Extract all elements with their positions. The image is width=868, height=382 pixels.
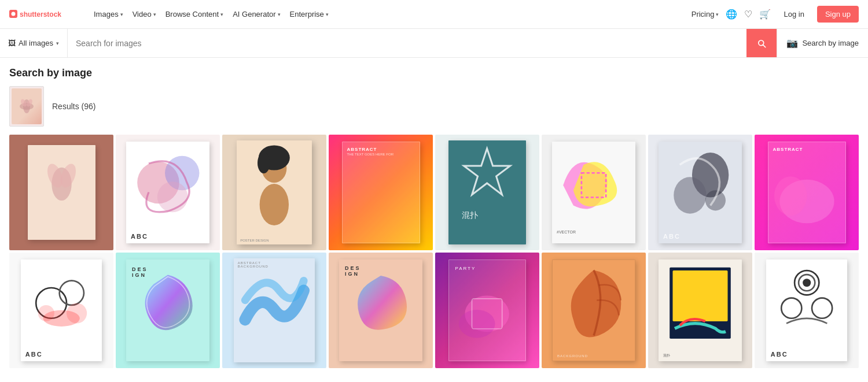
navbar: shutterstock Images ▾ Video ▾ Browse Con… <box>0 0 868 29</box>
nav-video[interactable]: Video ▾ <box>129 8 160 21</box>
chevron-icon: ▾ <box>153 12 156 17</box>
grid-item[interactable]: ABC <box>755 253 859 368</box>
search-type-dropdown[interactable]: 🖼 All images ▾ <box>0 29 68 57</box>
nav-browse[interactable]: Browse Content ▾ <box>162 8 227 21</box>
search-by-image-button[interactable]: 📷 Search by image <box>777 29 868 57</box>
search-bar: 🖼 All images ▾ 📷 Search by image <box>0 29 868 58</box>
svg-text:shutterstock: shutterstock <box>20 10 61 18</box>
search-input[interactable] <box>68 29 746 57</box>
grid-item[interactable]: ABC <box>9 253 113 368</box>
search-submit-button[interactable] <box>746 29 777 57</box>
chevron-icon: ▾ <box>326 12 329 17</box>
thumbnail-icon <box>18 95 35 118</box>
grid-item[interactable]: ABC <box>648 135 752 250</box>
grid-item[interactable]: ABC <box>116 135 220 250</box>
search-icon <box>756 38 767 49</box>
svg-point-1 <box>12 12 16 16</box>
nav-links: Images ▾ Video ▾ Browse Content ▾ AI Gen… <box>90 8 332 21</box>
results-count: Results (96) <box>52 102 95 111</box>
page-content: Search by image Results (96) <box>0 58 868 368</box>
grid-item[interactable]: DES IGN <box>116 253 220 368</box>
image-grid-row2: ABC <box>9 253 859 368</box>
nav-right: Pricing ▾ 🌐 ♡ 🛒 Log in Sign up <box>692 6 859 23</box>
chevron-icon: ▾ <box>716 12 719 17</box>
image-icon: 🖼 <box>8 39 16 47</box>
search-type-label: All images <box>19 39 53 47</box>
favorites-icon[interactable]: ♡ <box>744 9 752 20</box>
globe-icon[interactable]: 🌐 <box>726 9 737 20</box>
chevron-icon: ▾ <box>278 12 281 17</box>
search-input-wrap <box>68 29 746 57</box>
grid-item[interactable]: ABSTRACT <box>755 135 859 250</box>
nav-images[interactable]: Images ▾ <box>90 8 127 21</box>
grid-item[interactable]: 混扑 <box>435 135 539 250</box>
grid-item[interactable]: POSTER DESIGN <box>222 135 326 250</box>
page-title: Search by image <box>9 67 859 79</box>
grid-item[interactable]: DES IGN <box>329 253 433 368</box>
login-button[interactable]: Log in <box>778 7 810 21</box>
signup-button[interactable]: Sign up <box>817 6 859 23</box>
grid-item[interactable]: PARTY <box>435 253 539 368</box>
chevron-icon: ▾ <box>220 12 223 17</box>
chevron-down-icon: ▾ <box>56 40 59 46</box>
grid-item[interactable] <box>9 135 113 250</box>
grid-item[interactable]: #VECTOR <box>542 135 646 250</box>
results-header: Results (96) <box>9 86 859 127</box>
grid-item[interactable]: BACKGROUND <box>542 253 646 368</box>
grid-item[interactable]: ABSTRACT THE TEXT GOES HERE FOR <box>329 135 433 250</box>
camera-icon: 📷 <box>786 38 798 49</box>
chevron-icon: ▾ <box>120 12 123 17</box>
grid-item[interactable]: ABSTRACT BACKGROUND <box>222 253 326 368</box>
cart-icon[interactable]: 🛒 <box>759 9 771 20</box>
grid-item[interactable]: 混扑 <box>648 253 752 368</box>
search-image-thumbnail <box>9 86 44 127</box>
thumbnail-image <box>12 88 42 124</box>
search-by-image-label: Search by image <box>802 39 859 47</box>
nav-ai[interactable]: AI Generator ▾ <box>229 8 284 21</box>
nav-enterprise[interactable]: Enterprise ▾ <box>286 8 332 21</box>
logo[interactable]: shutterstock <box>9 8 79 21</box>
pricing-link[interactable]: Pricing ▾ <box>692 10 719 18</box>
image-grid-row1: ABC POSTER DESIGN <box>9 135 859 250</box>
